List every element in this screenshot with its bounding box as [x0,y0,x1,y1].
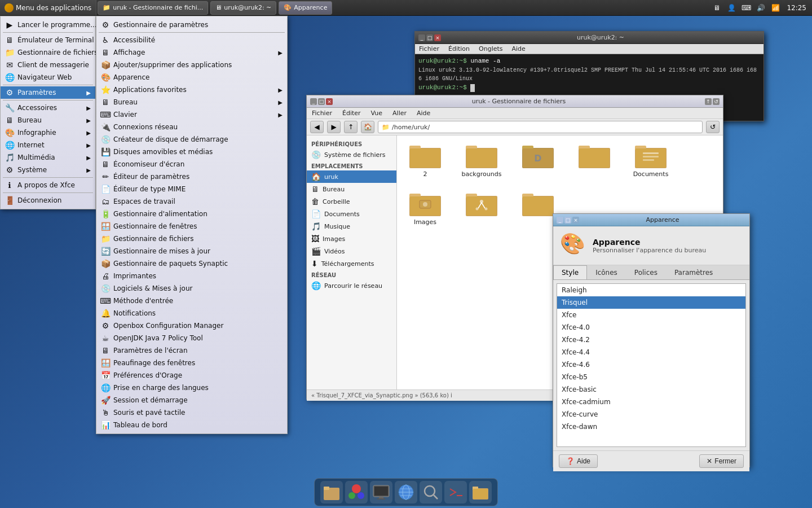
sidebar-item-videos[interactable]: 🎬 Vidéos [307,245,396,257]
param-item-orage[interactable]: 📅 Préférences d'Orage [96,369,287,382]
terminal-menu-fichier[interactable]: Fichier [417,45,441,53]
param-item-alimentation[interactable]: 🔋 Gestionnaire d'alimentation [96,208,287,220]
terminal-close-btn[interactable]: × [434,34,441,41]
param-item-affichage[interactable]: 🖥 Affichage ▶ [96,46,287,59]
style-item-xfcecurve[interactable]: Xfce-curve [557,408,745,421]
aide-button[interactable]: ❓ Aide [559,454,598,468]
fermer-button[interactable]: ✕ Fermer [699,454,744,468]
filemanager-minimize-btn[interactable]: _ [310,98,317,105]
param-item-disques[interactable]: 💾 Disques amovibles et médias [96,146,287,158]
sidebar-item-reseau[interactable]: 🌐 Parcourir le réseau [307,279,396,292]
taskbar-keyboard-icon[interactable]: ⌨ [740,2,752,14]
fm-menu-vue[interactable]: Vue [369,109,385,117]
sidebar-item-corbeille[interactable]: 🗑 Corbeille [307,195,396,208]
dock-icon-paint[interactable] [345,481,368,503]
taskbar-btn-filemanager[interactable]: 📁 uruk - Gestionnaire de fichi... [98,1,208,15]
terminal-menu-edition[interactable]: Édition [447,45,471,53]
taskbar-user-icon[interactable]: 👤 [726,2,737,14]
style-item-xfcecadmium[interactable]: Xfce-cadmium [557,396,745,408]
style-item-raleigh[interactable]: Raleigh [557,284,745,296]
sidebar-item-images[interactable]: 🖼 Images [307,233,396,245]
taskbar-network-icon[interactable]: 📶 [770,2,781,14]
param-item-bureau[interactable]: 🖥 Bureau ▶ [96,96,287,108]
taskbar-monitor-icon[interactable]: 🖥 [711,2,722,14]
fm-home-btn[interactable]: 🏠 [361,121,374,133]
menu-item-lancer[interactable]: ▶ Lancer le programme... [1,19,95,31]
style-item-xfceb5[interactable]: Xfce-b5 [557,371,745,383]
folder-documents[interactable]: Documents [628,141,673,178]
menu-item-bureau[interactable]: 🖥 Bureau ▶ [1,114,95,126]
param-item-mime[interactable]: 📄 Éditeur de type MIME [96,183,287,195]
dock-icon-filemanager[interactable] [320,481,343,503]
param-item-editeur[interactable]: ✏ Éditeur de paramètres [96,170,287,183]
terminal-maximize-btn[interactable]: □ [426,34,433,41]
taskbar-volume-icon[interactable]: 🔊 [755,2,766,14]
dock-icon-folder[interactable] [469,481,492,503]
param-item-ecran[interactable]: 🖥 Paramètres de l'écran [96,344,287,357]
fm-menu-aller[interactable]: Aller [391,109,408,117]
terminal-content[interactable]: uruk@uruk2:~$ uname -a Linux uruk2 3.13.… [415,54,764,94]
fm-forward-btn[interactable]: ▶ [327,121,341,133]
menu-item-systeme[interactable]: ⚙ Système ▶ [1,164,95,176]
sidebar-item-uruk[interactable]: 🏠 uruk [307,170,396,183]
menu-item-messagerie[interactable]: ✉ Client de messagerie [1,59,95,71]
param-item-session[interactable]: 🚀 Session et démarrage [96,394,287,406]
sidebar-item-systeme[interactable]: 💿 Système de fichiers [307,148,396,161]
folder-images[interactable]: Images [403,189,448,226]
fm-reload2-btn[interactable]: ↺ [706,121,720,133]
style-item-xfce40[interactable]: Xfce-4.0 [557,321,745,334]
fm-parent-btn[interactable]: ↑ [344,121,358,133]
tab-parametres[interactable]: Paramètres [666,265,721,279]
dock-icon-globe[interactable] [395,481,417,503]
dock-icon-monitor[interactable] [370,481,392,503]
param-item-appfav[interactable]: ⭐ Applications favorites ▶ [96,84,287,96]
folder-d[interactable]: D [515,141,561,178]
style-item-xfce42[interactable]: Xfce-4.2 [557,334,745,346]
style-item-xfce44[interactable]: Xfce-4.4 [557,346,745,358]
sidebar-item-musique[interactable]: 🎵 Musique [307,220,396,233]
tab-icones[interactable]: Icônes [587,265,626,279]
param-item-connexions[interactable]: 🔌 Connexions réseau [96,121,287,133]
param-item-economiseur[interactable]: 🖥 Économiseur d'écran [96,158,287,170]
param-item-createur[interactable]: 💿 Créateur de disque de démarrage [96,133,287,146]
terminal-menu-aide[interactable]: Aide [510,45,527,53]
filemanager-maximize-btn[interactable]: □ [318,98,325,105]
fm-menu-fichier[interactable]: Fichier [310,109,334,117]
fm-reload-btn[interactable]: ↺ [713,98,720,105]
terminal-minimize-btn[interactable]: _ [418,34,425,41]
menu-item-web[interactable]: 🌐 Navigateur Web [1,71,95,84]
terminal-menu-onglets[interactable]: Onglets [477,45,504,53]
taskbar-btn-terminal[interactable]: 🖥 uruk@uruk2: ~ [210,1,276,15]
menu-item-about[interactable]: ℹ A propos de Xfce [1,179,95,191]
menu-item-accessoires[interactable]: 🔧 Accessoires ▶ [1,102,95,114]
sidebar-item-documents[interactable]: 📄 Documents [307,208,396,220]
sidebar-item-bureau[interactable]: 🖥 Bureau [307,183,396,195]
filemanager-close-btn[interactable]: × [326,98,333,105]
style-item-xfce[interactable]: Xfce [557,309,745,321]
param-item-methode[interactable]: ⌨ Méthode d'entrée [96,295,287,307]
style-item-xfcedawn[interactable]: Xfce-dawn [557,421,745,433]
param-item-clavier[interactable]: ⌨ Clavier ▶ [96,108,287,121]
taskbar-btn-apparence[interactable]: 🎨 Apparence [279,1,332,15]
style-item-xfce46[interactable]: Xfce-4.6 [557,358,745,371]
param-item-ajouter[interactable]: 📦 Ajouter/supprimer des applications [96,59,287,71]
fm-path-bar[interactable]: 📁 /home/uruk/ [378,121,703,133]
fm-up-btn[interactable]: ↑ [705,98,712,105]
folder-backgrounds[interactable]: backgrounds [459,141,504,178]
param-item-openbox[interactable]: ⚙ Openbox Configuration Manager [96,319,287,332]
apparence-minimize-btn[interactable]: _ [557,217,563,224]
param-item-apparence[interactable]: 🎨 Apparence [96,71,287,84]
param-item-gestionnaire[interactable]: ⚙ Gestionnaire de paramètres [96,19,287,31]
tab-style[interactable]: Style [553,265,587,279]
apparence-style-list[interactable]: Raleigh Trisquel Xfce Xfce-4.0 Xfce-4.2 … [557,283,746,447]
menu-item-parametres[interactable]: ⚙ Paramètres ▶ [1,86,95,99]
fm-menu-editer[interactable]: Éditer [341,109,363,117]
menu-item-fichiers[interactable]: 📁 Gestionnaire de fichiers [1,46,95,59]
param-item-imprimantes[interactable]: 🖨 Imprimantes [96,270,287,282]
param-item-tableau[interactable]: 📊 Tableau de bord [96,419,287,431]
param-item-langues[interactable]: 🌐 Prise en charge des langues [96,382,287,394]
folder-4[interactable] [572,141,617,178]
fm-menu-aide[interactable]: Aide [415,109,432,117]
param-item-openjdk[interactable]: ☕ OpenJDK Java 7 Policy Tool [96,332,287,344]
param-item-gestion-fichiers[interactable]: 📁 Gestionnaire de fichiers [96,233,287,245]
